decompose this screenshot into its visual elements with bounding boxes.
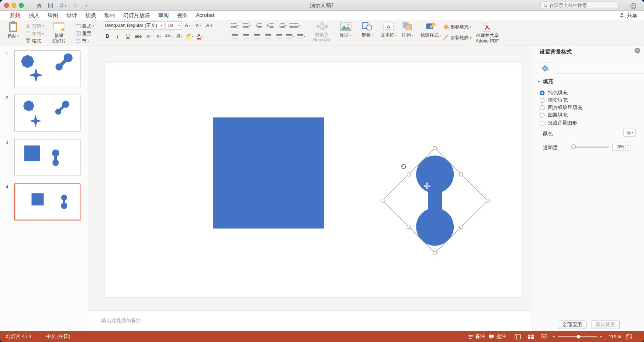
align-center-button[interactable] [241, 32, 251, 40]
subscript-button[interactable]: X₂ [154, 32, 164, 40]
shrink-font-button[interactable]: A▼ [194, 21, 204, 30]
selection-handle[interactable] [486, 199, 489, 202]
selection-handle[interactable] [407, 172, 411, 176]
shapes-button[interactable]: 形状▾ [359, 21, 375, 38]
zoom-level[interactable]: 119% [609, 331, 621, 342]
canvas-square-shape[interactable] [213, 117, 324, 229]
zoom-in-button[interactable]: + [600, 331, 603, 342]
layout-button[interactable]: 版式 ▾ [76, 23, 94, 29]
section-button[interactable]: 节 ▾ [76, 37, 94, 44]
character-spacing-button[interactable]: AV▾ [164, 32, 174, 40]
option-pattern-fill[interactable]: 图案填充 [540, 112, 568, 119]
align-text-vertical-button[interactable]: ▾ [297, 32, 306, 40]
language-indicator[interactable]: 中文 (中国) [46, 331, 70, 342]
distribute-text-button[interactable] [274, 32, 284, 40]
fill-tab[interactable] [538, 62, 553, 74]
tab-home[interactable]: 开始 [6, 11, 25, 20]
tab-design[interactable]: 设计 [62, 11, 81, 20]
underline-button[interactable]: U [123, 32, 133, 40]
tab-transitions[interactable]: 切换 [81, 11, 100, 20]
feedback-smiley-button[interactable] [630, 2, 637, 10]
clear-formatting-button[interactable]: A [205, 21, 214, 30]
columns-button[interactable]: ▾ [290, 21, 300, 30]
shape-fill-button[interactable]: 形状填充 ▾ [443, 23, 471, 30]
cut-button[interactable]: 剪切 ▾ [25, 23, 44, 29]
picture-button[interactable]: 图片▾ [337, 21, 354, 38]
font-name-combo[interactable]: DengXian Regular (正文) ▾ [103, 21, 164, 30]
comments-toggle-button[interactable]: 批注 [489, 331, 506, 342]
tab-insert[interactable]: 插入 [25, 11, 44, 20]
notes-toggle-button[interactable]: 备注 [468, 331, 485, 342]
tab-review[interactable]: 审阅 [154, 11, 173, 20]
line-spacing-button[interactable]: ↕▾ [278, 21, 287, 30]
fill-section-header[interactable]: ▼ 填充 [537, 78, 553, 85]
rotation-handle[interactable] [401, 165, 406, 169]
superscript-button[interactable]: X² [144, 32, 153, 40]
paste-button[interactable]: 粘贴▾ [5, 21, 21, 39]
text-highlight-button[interactable]: ▾ [185, 32, 194, 40]
tab-slideshow[interactable]: 幻灯片放映 [119, 11, 154, 20]
numbering-button[interactable]: ▾ [242, 21, 252, 30]
option-picture-texture-fill[interactable]: 图片或纹理填充 [540, 104, 582, 111]
tab-animations[interactable]: 动画 [100, 11, 119, 20]
slide-thumbnail-1[interactable] [14, 50, 80, 87]
option-hide-background-graphics[interactable]: 隐藏背景图形 [540, 120, 577, 127]
align-right-button[interactable] [252, 32, 262, 40]
search-box[interactable] [540, 1, 619, 9]
tab-acrobat[interactable]: Acrobat [192, 11, 218, 20]
selection-handle[interactable] [381, 199, 384, 202]
decrease-indent-button[interactable] [254, 21, 263, 30]
bullets-button[interactable]: ▾ [230, 21, 240, 30]
slide-thumbnail-2[interactable] [14, 95, 80, 131]
zoom-out-button[interactable]: − [553, 331, 555, 342]
grow-font-button[interactable]: A▲ [183, 21, 193, 30]
reset-button[interactable]: 重置 [76, 30, 94, 37]
selection-handle[interactable] [459, 172, 463, 176]
share-button[interactable]: 共享 [619, 11, 637, 19]
text-box-button[interactable]: A 文本框▾ [380, 21, 397, 38]
slider-thumb[interactable] [571, 144, 576, 149]
copy-button[interactable]: 复制 ▾ [25, 30, 44, 37]
text-direction-button[interactable]: ▾ [285, 32, 295, 40]
selection-handle[interactable] [433, 146, 437, 150]
shape-outline-button[interactable]: 形状轮廓 ▾ [443, 34, 471, 41]
tab-view[interactable]: 视图 [173, 11, 192, 20]
quick-styles-button[interactable]: 快速样式▾ [420, 21, 441, 38]
arrange-button[interactable]: 排列▾ [399, 21, 416, 38]
phonetic-guide-button[interactable]: 拼▾ [174, 32, 184, 40]
font-color-button[interactable]: A ▾ [195, 32, 205, 40]
panel-close-button[interactable]: ✕ [634, 48, 640, 54]
bold-button[interactable]: B [103, 32, 112, 40]
slideshow-view-button[interactable] [541, 331, 547, 342]
create-share-pdf-button[interactable]: 创建并共享Adobe PDF [475, 21, 499, 44]
canvas-dumbbell-shape[interactable] [416, 155, 454, 246]
slide-thumbnail-4[interactable] [14, 184, 80, 220]
apply-to-all-button[interactable]: 全部应用 [558, 320, 586, 329]
option-gradient-fill[interactable]: 渐变填充 [540, 97, 568, 104]
transparency-slider[interactable] [571, 144, 610, 149]
slide-thumbnail-3[interactable] [14, 139, 80, 176]
transparency-value-spinner[interactable]: 0% ▲ ▼ [612, 143, 630, 150]
new-slide-button[interactable]: 新建幻灯片 [51, 21, 67, 44]
reset-background-button[interactable]: 重设背景 [591, 320, 620, 329]
font-size-combo[interactable]: 18 ▾ [166, 21, 182, 30]
tab-draw[interactable]: 绘图 [44, 11, 62, 20]
convert-to-smartart-button[interactable]: 转换为SmartArt [313, 21, 331, 43]
italic-button[interactable]: I [113, 32, 122, 40]
slide-editing-surface[interactable] [105, 62, 522, 297]
zoom-slider-thumb[interactable] [577, 335, 580, 338]
strikethrough-button[interactable]: abe [134, 32, 143, 40]
search-input[interactable] [549, 3, 616, 8]
selection-handle[interactable] [459, 225, 463, 229]
slide-sorter-view-button[interactable] [528, 331, 534, 342]
selection-handle[interactable] [407, 225, 411, 229]
fit-slide-to-window-button[interactable] [626, 331, 632, 342]
option-solid-fill[interactable]: 纯色填充 [540, 89, 568, 96]
color-picker-button[interactable]: ▾ [623, 129, 636, 137]
notes-pane[interactable]: 单击此处添加备注 [88, 311, 532, 331]
increase-indent-button[interactable] [266, 21, 275, 30]
align-left-button[interactable] [230, 32, 240, 40]
spinner-steppers[interactable]: ▲ ▼ [626, 143, 630, 150]
slider-track[interactable] [571, 146, 610, 147]
zoom-slider[interactable] [558, 331, 597, 342]
